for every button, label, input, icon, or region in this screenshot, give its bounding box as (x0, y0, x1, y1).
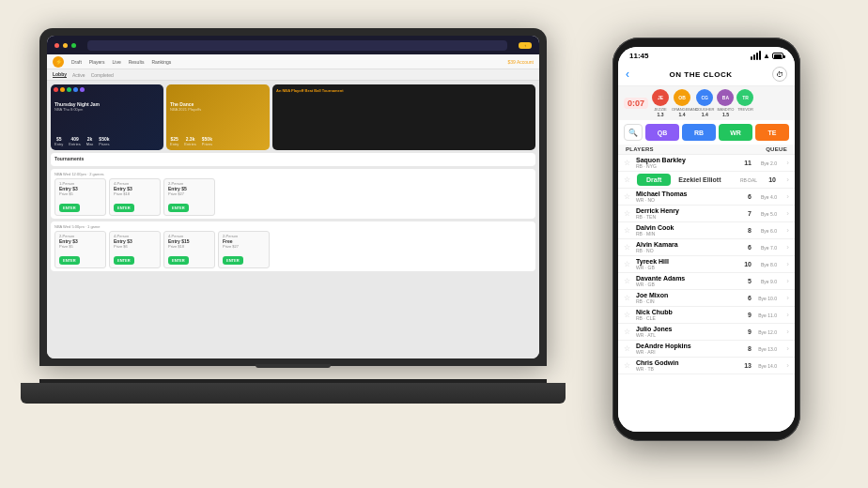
address-bar[interactable] (87, 40, 507, 51)
entry-card-2-2[interactable]: 4-Person Entry $3 Prize $6 ENTER (109, 231, 161, 268)
chevron-right-icon: › (780, 311, 789, 319)
browser-icons: ↑ (519, 42, 532, 49)
chevron-right-icon: › (780, 226, 789, 235)
tab-lobby[interactable]: Lobby (53, 71, 67, 78)
enter-button[interactable]: ENTER (168, 204, 189, 212)
player-adp: Bye 4.0 (754, 194, 777, 200)
tab-active[interactable]: Active (72, 72, 85, 78)
entry-card-1-2[interactable]: 4-Person Entry $3 Prize $18 ENTER (109, 178, 161, 216)
chevron-right-icon: › (780, 294, 789, 302)
entry-card-1-1[interactable]: 1-Person Entry $3 Prize $5 ENTER (54, 178, 106, 216)
player-row-deandre[interactable]: ☆ DeAndre Hopkins WR · ARI 8 Bye 13.0 › (618, 341, 795, 358)
player-row-dalvin[interactable]: ☆ Dalvin Cook RB · MIN 8 Bye 6.0 › (618, 222, 795, 239)
player-meta: WR · ARI (636, 349, 734, 355)
avatar-pick-3: 1.4 (702, 112, 708, 117)
banner-area: An NBA Playoff Best Ball Tournament (272, 84, 535, 150)
search-button[interactable]: 🔍 (624, 124, 643, 141)
star-icon[interactable]: ☆ (624, 277, 633, 285)
position-qb-button[interactable]: QB (645, 124, 679, 141)
stat-prizes: $50kPrizes (99, 136, 109, 146)
player-info-davante: Davante Adams WR · GB (636, 275, 734, 287)
enter-button[interactable]: ENTER (114, 256, 134, 265)
star-icon[interactable]: ☆ (624, 328, 633, 336)
star-icon[interactable]: ☆ (624, 344, 633, 353)
laptop-base (21, 383, 566, 404)
player-row-chris[interactable]: ☆ Chris Godwin WR · TB 13 Bye 14.0 › (618, 358, 795, 374)
maximize-dot[interactable] (71, 43, 76, 48)
star-icon[interactable]: ☆ (624, 192, 633, 201)
chevron-right-icon: › (780, 260, 789, 268)
player-row-michael[interactable]: ☆ Michael Thomas WR · NO 6 Bye 4.0 › (618, 189, 795, 206)
entry-card-2-3[interactable]: 4-Person Entry $15 Prize $18 ENTER (163, 231, 215, 268)
player-row-derrick[interactable]: ☆ Derrick Henry RB · TEN 7 Bye 5.0 › (618, 206, 795, 222)
player-number: 8 (736, 345, 752, 352)
star-icon[interactable]: ☆ (624, 294, 633, 302)
star-icon[interactable]: ☆ (624, 260, 633, 268)
nav-item-results[interactable]: Results (129, 59, 145, 65)
star-icon[interactable]: ☆ (624, 209, 633, 218)
enter-button[interactable]: ENTER (59, 204, 80, 212)
entry-card-1-3[interactable]: 2-Person Entry $5 Prize $27 ENTER (163, 178, 215, 216)
clock-button[interactable]: ⏱ (772, 67, 787, 82)
enter-button[interactable]: ENTER (168, 256, 189, 265)
star-icon[interactable]: ☆ (624, 361, 633, 370)
nav-item-live[interactable]: Live (113, 59, 121, 65)
player-row-julio[interactable]: ☆ Julio Jones WR · ATL 9 Bye 12.0 › (618, 324, 795, 341)
player-name: Chris Godwin (636, 359, 734, 366)
player-row-saquon[interactable]: ☆ Saquon Barkley RB · NYG 11 Bye 2.0 › (618, 155, 795, 172)
player-meta: WR · NO (636, 197, 734, 203)
player-info-saquon: Saquon Barkley RB · NYG (636, 157, 734, 169)
nav-item-draft[interactable]: Draft (71, 59, 82, 65)
star-icon[interactable]: ☆ (624, 159, 633, 167)
draft-action-row: ☆ Draft Ezekiel Elliott RB·DAL 10 › (618, 172, 795, 189)
player-row-nick[interactable]: ☆ Nick Chubb RB · CLE 9 Bye 11.0 › (618, 307, 795, 324)
entry-card-2-1[interactable]: 2-Person Entry $3 Prize $5 ENTER (54, 231, 106, 268)
star-icon[interactable]: ☆ (624, 226, 633, 235)
draft-timer: 0:07 (624, 98, 648, 109)
player-adp: Bye 2.0 (754, 160, 777, 166)
draft-button[interactable]: Draft (637, 174, 671, 186)
featured-card-2[interactable]: The Dance NBA 2021 Playoffs $25Entry 2.3… (166, 84, 270, 150)
star-icon[interactable]: ☆ (624, 243, 633, 252)
stat-entries: 409Entries (69, 136, 80, 146)
position-te-button[interactable]: TE (755, 124, 789, 141)
entry-prize-label: Prize $27 (223, 244, 265, 249)
position-wr-button[interactable]: WR (719, 124, 752, 141)
avatar-trevor: TR TREVOR (736, 89, 753, 117)
position-rb-button[interactable]: RB (682, 124, 716, 141)
nav-item-players[interactable]: Players (89, 59, 105, 65)
player-row-tyreek[interactable]: ☆ Tyreek Hill WR · GB 10 Bye 8.0 › (618, 256, 795, 273)
player-meta: RB · MIN (636, 231, 734, 236)
stat-entries-2: 2.3kEntries (184, 136, 195, 146)
enter-button[interactable]: ENTER (223, 256, 243, 265)
player-name: Julio Jones (636, 326, 734, 332)
back-button[interactable]: ‹ (626, 68, 629, 81)
app-nav: ⚡ Draft Players Live Results Rankings $3… (47, 54, 539, 69)
star-icon[interactable]: ☆ (624, 311, 633, 319)
player-row-davante[interactable]: ☆ Davante Adams WR · GB 5 Bye 9.0 › (618, 273, 795, 290)
lobby-tabs: Lobby Active Completed (47, 69, 539, 81)
enter-button[interactable]: ENTER (59, 256, 80, 265)
wifi-icon: ▲ (763, 52, 770, 60)
featured-card-1[interactable]: Thursday Night Jam NBA Thu 8:00pm $5Entr… (51, 84, 163, 150)
player-row-alvin[interactable]: ☆ Alvin Kamara RB · NO 6 Bye 7.0 › (618, 239, 795, 256)
card-1-stats: $5Entry 409Entries 2kMax $50kPrizes (54, 136, 160, 146)
star-icon[interactable]: ☆ (624, 175, 633, 184)
featured-cards-row: Thursday Night Jam NBA Thu 8:00pm $5Entr… (51, 84, 535, 150)
enter-button[interactable]: ENTER (114, 204, 134, 212)
laptop-device: ↑ ⚡ Draft Players Live Results Rankings … (39, 28, 566, 422)
tab-completed[interactable]: Completed (91, 72, 114, 78)
battery-fill (774, 54, 782, 59)
player-row-joe[interactable]: ☆ Joe Mixon RB · CIN 6 Bye 10.0 › (618, 290, 795, 307)
minimize-dot[interactable] (63, 43, 68, 48)
avatar-cougher: CG COUGHER 1.4 (695, 89, 714, 117)
close-dot[interactable] (54, 43, 59, 48)
player-info-alvin: Alvin Kamara RB · NO (636, 241, 734, 253)
entry-row-1: NBA Wed 12:00pm · 2 games 1-Person Entry… (51, 169, 535, 219)
player-info-joe: Joe Mixon RB · CIN (636, 292, 734, 304)
player-meta: WR · TB (636, 366, 734, 372)
player-info-tyreek: Tyreek Hill WR · GB (636, 258, 734, 270)
card-2-stats: $25Entry 2.3kEntries $50kPrizes (170, 136, 266, 146)
nav-item-rankings[interactable]: Rankings (151, 59, 171, 65)
entry-card-2-4[interactable]: 2-Person Free Prize $27 ENTER (218, 231, 270, 268)
